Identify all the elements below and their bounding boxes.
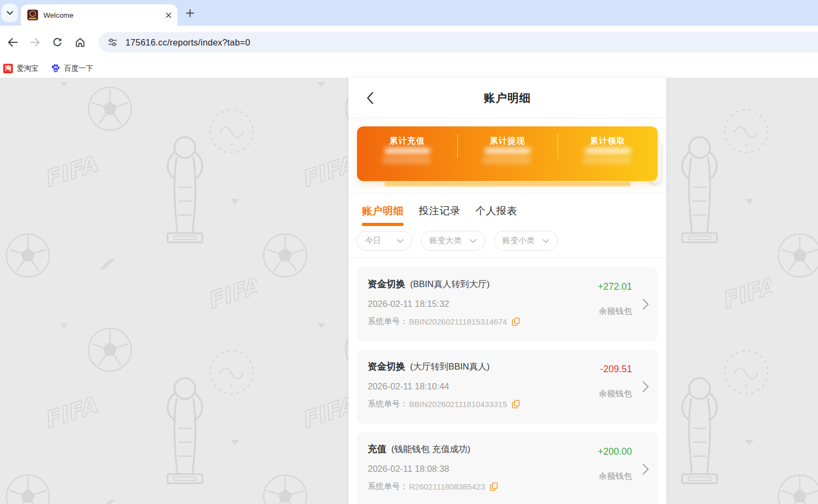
copy-button[interactable] [512, 400, 520, 409]
bookmark-baidu[interactable]: du 百度一下 [50, 63, 93, 73]
browser-toolbar: 175616.cc/reports/index?tab=0 [0, 26, 818, 59]
filter-minor-category-dropdown[interactable]: 账变小类 [494, 231, 558, 251]
svg-text:du: du [54, 69, 57, 72]
tab-close-button[interactable] [163, 10, 173, 20]
chevron-right-icon[interactable] [642, 463, 649, 475]
txn-order-label: 系统单号： [368, 317, 408, 327]
chevron-right-icon[interactable] [642, 298, 649, 310]
chevron-down-icon [470, 239, 477, 243]
forward-arrow-icon [29, 37, 41, 48]
txn-detail: (BBIN真人转到大厅) [410, 279, 490, 290]
tab-personal-report[interactable]: 个人报表 [475, 204, 517, 226]
copy-icon [512, 317, 520, 326]
transaction-list: 资金切换 (BBIN真人转到大厅) 2026-02-11 18:15:32 系统… [348, 258, 666, 504]
txn-wallet: 余额钱包 [599, 306, 632, 317]
txn-wallet: 余额钱包 [599, 471, 632, 482]
txn-amount: -209.51 [600, 364, 632, 375]
txn-datetime: 2026-02-11 18:10:44 [368, 381, 588, 392]
filters-row: 今日 账变大类 账变小类 [348, 226, 666, 251]
totals-card: 累计充值 ******* 累计提现 ******* 累计领取 ******* [357, 126, 658, 181]
stat-total-deposit: 累计充值 ******* [357, 126, 457, 181]
filter-major-category-dropdown[interactable]: 账变大类 [421, 231, 485, 251]
page-title: 账户明细 [484, 91, 531, 106]
stat-value-masked: ******* [383, 155, 431, 170]
chevron-right-icon[interactable] [642, 381, 649, 393]
stat-value-masked: ******* [584, 155, 631, 170]
chevron-down-icon [397, 239, 404, 243]
account-detail-panel: 账户明细 累计充值 ******* 累计提现 ******* 累计领取 [348, 78, 666, 504]
browser-tab-strip: Welcome [0, 0, 818, 26]
txn-detail: (钱能钱包 充值成功) [391, 443, 471, 455]
transaction-row[interactable]: 资金切换 (大厅转到BBIN真人) 2026-02-11 18:10:44 系统… [357, 350, 658, 424]
back-arrow-icon [7, 37, 18, 48]
stat-value-masked: ******* [484, 155, 531, 170]
bookmark-label: 百度一下 [64, 64, 93, 73]
active-tab-underline [362, 223, 404, 226]
txn-type: 资金切换 [368, 277, 405, 290]
blur-smudge [384, 148, 430, 154]
url-bar[interactable]: 175616.cc/reports/index?tab=0 [99, 32, 818, 52]
blur-smudge [485, 148, 531, 154]
bookmark-aitaobao[interactable]: 淘 爱淘宝 [3, 64, 39, 73]
site-favicon-icon [27, 10, 38, 20]
txn-type: 充值 [368, 442, 386, 455]
txn-order-number: BBIN202602111815314674 [409, 317, 507, 326]
home-button[interactable] [69, 31, 91, 54]
tab-title: Welcome [43, 11, 163, 19]
site-settings-tune-icon[interactable] [107, 37, 118, 48]
txn-order-number: BBIN202602111810433315 [409, 400, 507, 409]
copy-icon [490, 482, 498, 491]
tab-account-detail[interactable]: 账户明细 [362, 204, 404, 226]
txn-type: 资金切换 [368, 360, 405, 373]
txn-amount: +272.01 [598, 281, 632, 292]
tab-bet-records[interactable]: 投注记录 [419, 204, 460, 226]
txn-order-label: 系统单号： [368, 399, 408, 409]
stat-total-withdraw: 累计提现 ******* [457, 126, 557, 181]
chevron-down-icon [6, 11, 13, 15]
page-content: FIFA FIFA 账户明细 累计充值 ** [0, 78, 818, 504]
reload-icon [52, 37, 63, 48]
txn-datetime: 2026-02-11 18:15:32 [368, 299, 588, 309]
new-tab-button[interactable] [182, 5, 198, 21]
txn-wallet: 余额钱包 [599, 388, 632, 400]
blur-smudge [585, 148, 631, 154]
stat-total-claim: 累计领取 ******* [557, 126, 658, 181]
chevron-down-icon [542, 239, 549, 243]
reload-button[interactable] [46, 31, 69, 54]
copy-button[interactable] [490, 482, 498, 491]
txn-datetime: 2026-02-11 18:08:38 [368, 464, 588, 474]
stat-label: 累计充值 [390, 136, 425, 147]
home-icon [75, 37, 86, 48]
forward-button[interactable] [24, 31, 46, 54]
panel-header: 账户明细 [348, 78, 666, 118]
back-button[interactable] [1, 31, 24, 54]
url-text[interactable]: 175616.cc/reports/index?tab=0 [125, 37, 250, 48]
copy-icon [512, 400, 520, 409]
bookmarks-bar: 淘 爱淘宝 du 百度一下 [0, 59, 818, 78]
transaction-row[interactable]: 资金切换 (BBIN真人转到大厅) 2026-02-11 18:15:32 系统… [357, 267, 658, 341]
txn-order-number: R2602111808385423 [409, 482, 485, 491]
taobao-icon: 淘 [3, 64, 13, 73]
tab-search-button[interactable] [2, 4, 18, 22]
close-icon [166, 12, 172, 18]
txn-detail: (大厅转到BBIN真人) [410, 361, 490, 373]
filter-date-dropdown[interactable]: 今日 [356, 231, 412, 251]
back-button-page[interactable] [362, 91, 377, 106]
bookmark-label: 爱淘宝 [17, 64, 39, 73]
transaction-row[interactable]: 充值 (钱能钱包 充值成功) 2026-02-11 18:08:38 系统单号：… [357, 432, 658, 504]
txn-amount: +200.00 [598, 446, 632, 457]
stat-label: 累计领取 [590, 136, 626, 147]
chevron-left-icon [366, 92, 374, 104]
txn-order-label: 系统单号： [368, 482, 408, 492]
plus-icon [186, 9, 194, 17]
copy-button[interactable] [512, 317, 520, 326]
stats-card-wrap: 累计充值 ******* 累计提现 ******* 累计领取 ******* [357, 126, 658, 185]
stacked-card-understrip [384, 182, 630, 186]
report-tabs: 账户明细 投注记录 个人报表 [348, 193, 666, 226]
baidu-paw-icon: du [50, 63, 61, 73]
stat-label: 累计提现 [490, 136, 525, 147]
browser-tab[interactable]: Welcome [21, 4, 177, 26]
